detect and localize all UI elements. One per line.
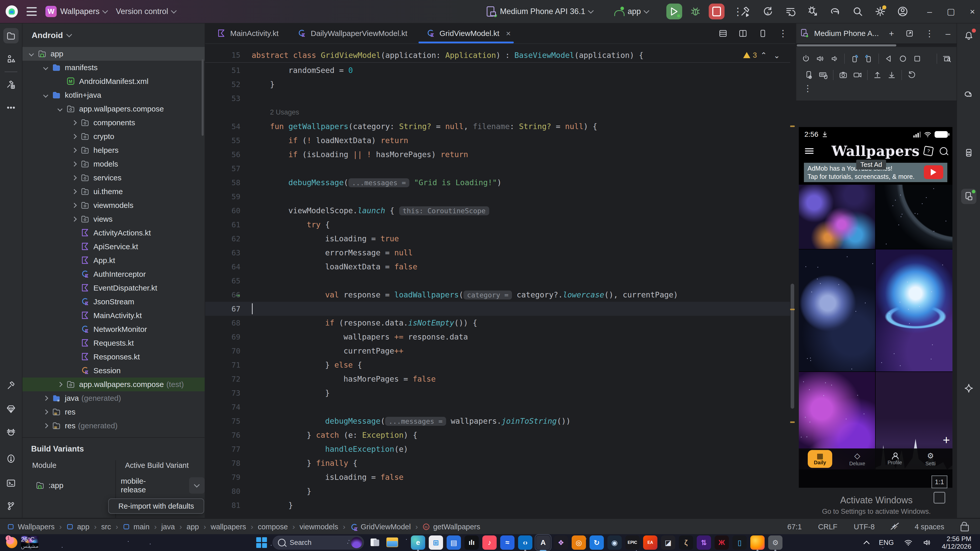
close-tab-icon[interactable]: × <box>506 29 511 38</box>
taskbar-app-ea[interactable]: EA <box>643 535 657 550</box>
device-more-icon[interactable]: ⋮ <box>796 83 956 94</box>
hide-panel-icon[interactable]: – <box>945 29 950 38</box>
breadcrumb-item-src[interactable]: src <box>101 523 111 531</box>
tree-chevron-icon[interactable] <box>72 203 77 208</box>
language-indicator[interactable]: ENG <box>879 539 894 547</box>
code-line[interactable]: 58debugMessage(...messages = "Grid is Lo… <box>205 176 790 189</box>
device-tab-label[interactable]: Medium Phone A... <box>814 29 879 38</box>
gradle-sync-icon[interactable] <box>830 6 841 17</box>
taskbar-app-edge[interactable]: e <box>411 535 425 550</box>
code-line[interactable]: 56if (isLoading || ! hasMorePages) retur… <box>205 148 790 162</box>
code-line[interactable]: 53 <box>205 91 790 105</box>
tree-chevron-icon[interactable] <box>43 65 48 70</box>
code-line[interactable]: 73} <box>205 386 790 400</box>
taskbar-search[interactable]: Search <box>272 536 364 549</box>
window-minimize-button[interactable]: – <box>927 0 932 23</box>
tree-chevron-icon[interactable] <box>72 162 77 167</box>
code-line[interactable]: 64loadNextData = false <box>205 260 790 274</box>
module-cell[interactable]: :app <box>22 481 121 490</box>
rotate-left-icon[interactable] <box>847 52 862 66</box>
code-line[interactable]: 63errorMessage = null <box>205 246 790 260</box>
tree-item-res[interactable]: res <box>22 405 205 419</box>
project-tree-scrollbar[interactable] <box>202 59 204 136</box>
git-icon[interactable] <box>3 499 19 514</box>
tree-item-app-kt[interactable]: App.kt <box>22 254 205 267</box>
device-manager-icon[interactable] <box>961 145 977 161</box>
variant-dropdown[interactable]: mobile-release <box>121 477 205 494</box>
run-button[interactable] <box>667 3 682 19</box>
phone-search-icon[interactable] <box>940 147 947 155</box>
taskbar-app-epic-games[interactable]: EPIC <box>625 535 640 550</box>
tree-item-eventdispatcher-kt[interactable]: EventDispatcher.kt <box>22 281 205 295</box>
breadcrumb-item-wallpapers[interactable]: Wallpapers <box>7 523 55 531</box>
tree-item-viewmodels[interactable]: viewmodels <box>22 198 205 212</box>
tree-item-services[interactable]: services <box>22 171 205 185</box>
resource-manager-icon[interactable] <box>3 51 19 66</box>
taskbar-app-steam[interactable]: ◉ <box>608 535 622 550</box>
file-encoding[interactable]: UTF-8 <box>854 523 875 531</box>
reset-icon[interactable] <box>904 68 919 82</box>
device-power-icon[interactable] <box>799 52 813 66</box>
main-menu-icon[interactable] <box>27 7 37 16</box>
tray-expand-icon[interactable] <box>863 540 870 547</box>
weather-widget[interactable]: 1 26°C مشمس <box>0 536 113 549</box>
code-line[interactable]: 79isLoading = false <box>205 470 790 484</box>
project-widget[interactable]: W Wallpapers <box>45 6 107 17</box>
tree-item-activityactions-kt[interactable]: ActivityActions.kt <box>22 226 205 240</box>
code-line[interactable]: 80} <box>205 484 790 498</box>
attach-debugger-icon[interactable] <box>807 6 818 17</box>
tree-item-app-wallpapers-compose[interactable]: app.wallpapers.compose(test) <box>22 378 205 391</box>
phone-nav-daily[interactable]: ▦Daily <box>807 450 833 468</box>
volume-down-icon[interactable] <box>827 52 842 66</box>
phone-nav-profile[interactable]: Profile <box>881 453 908 465</box>
taskbar-app-firefox[interactable] <box>750 535 765 550</box>
tree-item-components[interactable]: components <box>22 116 205 130</box>
editor-more-icon[interactable]: ⋮ <box>778 28 788 39</box>
logcat-icon[interactable] <box>3 424 19 440</box>
gem-icon[interactable] <box>3 402 19 417</box>
upload-icon[interactable] <box>870 68 885 82</box>
tree-item-manifests[interactable]: manifests <box>22 61 205 75</box>
tree-item-requests-kt[interactable]: Requests.kt <box>22 336 205 350</box>
taskbar-app-red-app[interactable]: Ж <box>714 535 729 550</box>
clock-widget[interactable]: 2:56 PM 4/12/2026 <box>942 535 971 550</box>
tree-chevron-icon[interactable] <box>43 395 48 401</box>
device-selector[interactable]: Medium Phone API 36.1 <box>486 6 593 17</box>
wallpaper-thumbnail[interactable] <box>876 185 953 249</box>
next-problem-icon[interactable]: ⌃ <box>773 51 780 60</box>
file-explorer-button[interactable] <box>387 537 399 548</box>
usages-hint[interactable]: 2 Usages <box>251 108 299 116</box>
code-line[interactable]: 51randomSeed = 0 <box>205 63 790 77</box>
stop-button[interactable] <box>709 3 724 19</box>
tree-chevron-icon[interactable] <box>29 51 34 56</box>
code-line[interactable]: 71} else { <box>205 358 790 372</box>
taskbar-app-tornado-app[interactable]: ζ <box>679 535 693 550</box>
reimport-defaults-tooltip[interactable]: Re-import with defaults <box>108 499 204 514</box>
breadcrumb-item-app[interactable]: app <box>186 523 199 531</box>
preview-device-icon[interactable] <box>759 29 767 38</box>
tray-volume-icon[interactable] <box>923 539 932 546</box>
tree-chevron-icon[interactable] <box>72 120 77 125</box>
code-line[interactable]: 59 <box>205 189 790 203</box>
tree-chevron-icon[interactable] <box>57 382 62 387</box>
wallpaper-thumbnail[interactable] <box>876 249 953 372</box>
tree-item-ui-theme[interactable]: ui.theme <box>22 185 205 198</box>
taskbar-app-apple-music[interactable]: ♪ <box>482 535 496 550</box>
code-line[interactable]: 74 <box>205 400 790 414</box>
taskbar-app-resolve[interactable]: ❖ <box>554 535 568 550</box>
tree-chevron-icon[interactable] <box>43 93 48 98</box>
volume-up-icon[interactable] <box>813 52 827 66</box>
screen-inspect-icon[interactable] <box>940 52 954 66</box>
search-daily-image[interactable] <box>351 537 362 548</box>
tree-item-authinterceptor[interactable]: AuthInterceptor <box>22 267 205 281</box>
search-everywhere-icon[interactable] <box>852 6 863 17</box>
tree-chevron-icon[interactable] <box>72 217 77 222</box>
taskbar-app-photo-app[interactable]: ◪ <box>661 535 675 550</box>
hardware-input-icon[interactable] <box>816 68 830 82</box>
project-tool-icon[interactable] <box>3 28 19 43</box>
taskbar-app-settings[interactable]: ⚙ <box>768 535 783 550</box>
tree-item-mainactivity-kt[interactable]: MainActivity.kt <box>22 309 205 322</box>
editor-scrollbar[interactable] <box>791 284 794 409</box>
tab-dailywallpaperviewmodel-kt[interactable]: DailyWallpaperViewModel.kt <box>286 24 414 43</box>
account-icon[interactable] <box>897 6 908 17</box>
